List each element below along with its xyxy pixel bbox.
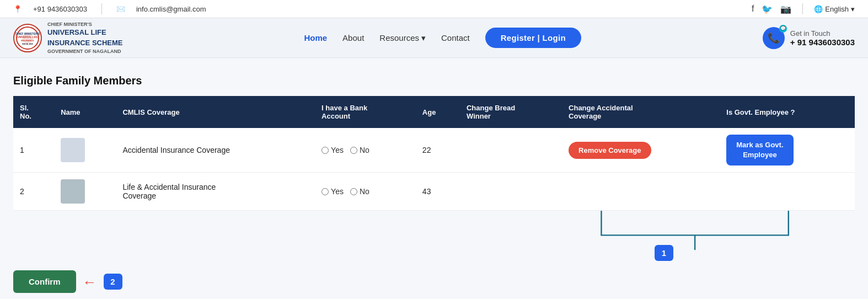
nav-resources[interactable]: Resources ▾ xyxy=(379,33,426,43)
get-in-touch: 📞 💬 Get in Touch + 91 9436030303 xyxy=(763,27,855,49)
bracket-svg xyxy=(13,211,855,255)
radio-no-1[interactable]: No xyxy=(350,146,369,154)
mark-govt-employee-button[interactable]: Mark as Govt.Employee xyxy=(726,135,793,165)
row2-sl: 2 xyxy=(13,173,54,211)
phone-icon-wrap: 📞 💬 xyxy=(763,27,785,49)
avatar xyxy=(61,179,85,204)
confirm-button[interactable]: Confirm xyxy=(13,270,76,293)
register-login-button[interactable]: Register | Login xyxy=(485,28,581,48)
brand-line3: INSURANCE SCHEME xyxy=(47,38,123,48)
family-members-table: Sl.No. Name CMLIS Coverage I have a Bank… xyxy=(13,96,855,211)
row1-coverage: Accidental Insurance Coverage xyxy=(116,128,315,173)
topbar-phone: +91 9436030303 xyxy=(33,5,87,13)
email-icon: ✉️ xyxy=(116,5,125,13)
section-title: Eligible Family Members xyxy=(13,74,855,87)
language-label: English xyxy=(825,5,849,13)
table-header-row: Sl.No. Name CMLIS Coverage I have a Bank… xyxy=(13,96,855,128)
annotation-bracket: 1 xyxy=(13,211,855,260)
row1-bank-account: Yes No xyxy=(315,128,416,173)
avatar xyxy=(61,138,85,162)
topbar-divider xyxy=(101,3,102,14)
brand-line2: UNIVERSAL LIFE xyxy=(47,28,123,38)
bottom-row: Confirm ← 2 xyxy=(13,270,855,293)
radio-yes-2[interactable]: Yes xyxy=(322,187,344,196)
radio-yes-1[interactable]: Yes xyxy=(322,146,344,154)
chat-bubble-icon: 💬 xyxy=(779,25,787,33)
nav-contact[interactable]: Contact xyxy=(441,33,470,42)
row2-bank-account: Yes No xyxy=(315,173,416,211)
svg-text:CHIEF MINISTER'S: CHIEF MINISTER'S xyxy=(15,32,40,35)
globe-icon: 🌐 xyxy=(814,5,823,13)
arrow-left-icon: ← xyxy=(83,275,97,289)
table-row: 1 Accidental Insurance Coverage Yes No xyxy=(13,128,855,173)
topbar-left: 📍 +91 9436030303 ✉️ info.cmlis@gmail.com xyxy=(13,3,206,14)
language-selector[interactable]: 🌐 English ▾ xyxy=(814,5,855,13)
instagram-icon[interactable]: 📷 xyxy=(780,4,791,14)
brand-text: CHIEF MINISTER'S UNIVERSAL LIFE INSURANC… xyxy=(47,21,123,55)
row1-govt-employee: Mark as Govt.Employee xyxy=(720,128,855,173)
radio-no-input-1[interactable] xyxy=(350,147,357,154)
row2-name xyxy=(54,173,116,211)
radio-yes-input-1[interactable] xyxy=(322,147,329,154)
radio-group-yes-no-2: Yes No xyxy=(322,187,409,196)
navbar-nav: Home About Resources ▾ Contact Register … xyxy=(304,28,581,48)
contact-phone-number: + 91 9436030303 xyxy=(790,38,855,47)
resources-chevron-icon: ▾ xyxy=(421,33,426,43)
row2-govt-employee xyxy=(720,173,855,211)
badge-2: 2 xyxy=(104,274,122,290)
brand: CHIEF MINISTER'S UNIVERSAL LIFE INSURANC… xyxy=(13,21,123,55)
col-coverage: CMLIS Coverage xyxy=(116,96,315,128)
topbar: 📍 +91 9436030303 ✉️ info.cmlis@gmail.com… xyxy=(0,0,868,18)
main-content: Eligible Family Members Sl.No. Name CMLI… xyxy=(0,58,868,299)
svg-text:UNIVERSAL LIFE: UNIVERSAL LIFE xyxy=(18,36,38,39)
row1-change-coverage: Remove Coverage xyxy=(562,128,720,173)
col-age: Age xyxy=(416,96,460,128)
table-row: 2 Life & Accidental InsuranceCoverage Ye… xyxy=(13,173,855,211)
nav-about[interactable]: About xyxy=(342,33,364,42)
contact-info: Get in Touch + 91 9436030303 xyxy=(790,29,855,47)
table-wrap: Sl.No. Name CMLIS Coverage I have a Bank… xyxy=(13,96,855,211)
brand-logo: CHIEF MINISTER'S UNIVERSAL LIFE INSURANC… xyxy=(13,24,42,52)
radio-group-yes-no-1: Yes No xyxy=(322,146,409,154)
row2-age: 43 xyxy=(416,173,460,211)
col-govt-employee: Is Govt. Employee ? xyxy=(720,96,855,128)
remove-coverage-button[interactable]: Remove Coverage xyxy=(569,142,651,159)
badge-1-container: 1 xyxy=(655,245,673,261)
navbar-right: 📞 💬 Get in Touch + 91 9436030303 xyxy=(763,27,855,49)
svg-text:INSURANCE: INSURANCE xyxy=(21,39,34,42)
row1-name xyxy=(54,128,116,173)
twitter-icon[interactable]: 🐦 xyxy=(762,4,773,14)
radio-yes-input-2[interactable] xyxy=(322,188,329,195)
row2-change-coverage xyxy=(562,173,720,211)
brand-line4: GOVERNMENT OF NAGALAND xyxy=(47,48,123,55)
chevron-down-icon: ▾ xyxy=(851,5,855,13)
location-icon: 📍 xyxy=(13,5,22,13)
radio-no-input-2[interactable] xyxy=(350,188,357,195)
brand-line1: CHIEF MINISTER'S xyxy=(47,21,123,28)
col-bread-winner: Change BreadWinner xyxy=(460,96,562,128)
badge-1: 1 xyxy=(655,245,673,261)
phone-icon: 📞 xyxy=(768,32,780,44)
nav-home[interactable]: Home xyxy=(304,33,327,42)
col-sl-no: Sl.No. xyxy=(13,96,54,128)
navbar: CHIEF MINISTER'S UNIVERSAL LIFE INSURANC… xyxy=(0,18,868,58)
row1-sl: 1 xyxy=(13,128,54,173)
get-in-touch-label: Get in Touch xyxy=(790,29,855,38)
col-bank-account: I have a BankAccount xyxy=(315,96,416,128)
row2-coverage: Life & Accidental InsuranceCoverage xyxy=(116,173,315,211)
topbar-right: f 🐦 📷 🌐 English ▾ xyxy=(752,3,855,14)
topbar-email: info.cmlis@gmail.com xyxy=(136,5,206,13)
row1-bread-winner xyxy=(460,128,562,173)
row2-bread-winner xyxy=(460,173,562,211)
col-name: Name xyxy=(54,96,116,128)
col-accidental-coverage: Change AccidentalCoverage xyxy=(562,96,720,128)
facebook-icon[interactable]: f xyxy=(752,4,754,14)
svg-text:NAGALAND: NAGALAND xyxy=(22,43,33,45)
radio-no-2[interactable]: No xyxy=(350,187,369,196)
row1-age: 22 xyxy=(416,128,460,173)
topbar-right-divider xyxy=(802,3,803,14)
